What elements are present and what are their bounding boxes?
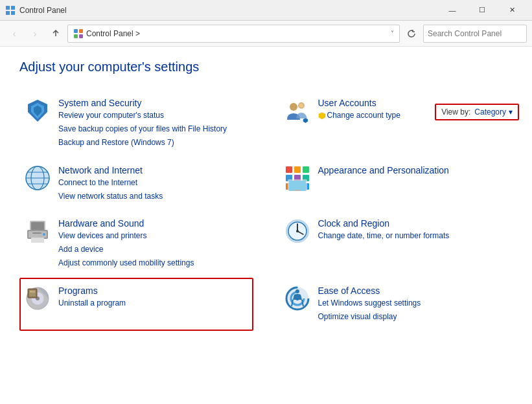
ease-of-access-title[interactable]: Ease of Access (318, 286, 421, 296)
viewby-dropdown[interactable]: Category ▾ (474, 107, 513, 117)
folder-icon (73, 28, 84, 39)
programs-title[interactable]: Programs (58, 286, 126, 296)
svg-rect-0 (6, 6, 10, 10)
viewby-arrow: ▾ (509, 107, 513, 117)
programs-link-1[interactable]: Uninstall a program (58, 297, 126, 309)
svg-rect-25 (294, 166, 301, 173)
svg-rect-43 (32, 232, 41, 234)
hardware-text: Hardware and Sound View devices and prin… (58, 218, 194, 270)
category-network[interactable]: Network and Internet Connect to the Inte… (19, 157, 253, 210)
addressbar: ‹ › Control Panel > ˅ (0, 21, 532, 47)
refresh-button[interactable] (402, 25, 421, 43)
svg-rect-3 (11, 11, 15, 15)
viewby-control[interactable]: View by: Category ▾ (435, 104, 519, 120)
hardware-link-3[interactable]: Adjust commonly used mobility settings (58, 257, 194, 269)
address-separator: > (135, 29, 140, 38)
svg-rect-7 (79, 34, 83, 38)
ease-of-access-link-2[interactable]: Optimize visual display (318, 311, 421, 323)
hardware-link-2[interactable]: Add a device (58, 243, 194, 256)
clock-icon (284, 218, 310, 244)
system-security-link-2[interactable]: Save backup copies of your files with Fi… (58, 123, 227, 135)
address-bar-box[interactable]: Control Panel > ˅ (67, 25, 400, 43)
search-box[interactable] (423, 25, 527, 43)
system-security-title[interactable]: System and Security (58, 98, 227, 108)
svg-rect-4 (74, 29, 78, 33)
user-accounts-title[interactable]: User Accounts (318, 98, 400, 108)
ease-of-access-text: Ease of Access Let Windows suggest setti… (318, 286, 421, 323)
address-breadcrumb: Control Panel > (86, 29, 388, 38)
hardware-icon (25, 218, 51, 244)
svg-point-13 (290, 103, 297, 111)
clock-link-1[interactable]: Change date, time, or number formats (318, 230, 450, 242)
appearance-icon (284, 165, 310, 191)
category-ease-of-access[interactable]: Ease of Access Let Windows suggest setti… (279, 278, 513, 331)
category-clock[interactable]: Clock and Region Change date, time, or n… (279, 210, 513, 278)
page-title: Adjust your computer's settings (19, 60, 513, 74)
network-link-1[interactable]: Connect to the Internet (58, 177, 163, 189)
svg-point-42 (43, 233, 45, 236)
category-appearance[interactable]: Appearance and Personalization (279, 157, 513, 210)
svg-rect-5 (79, 29, 83, 33)
categories-grid: System and Security Review your computer… (19, 90, 513, 331)
system-security-icon (25, 98, 51, 124)
category-hardware[interactable]: Hardware and Sound View devices and prin… (19, 210, 253, 278)
category-programs[interactable]: Programs Uninstall a program (19, 278, 253, 331)
network-link-2[interactable]: View network status and tasks (58, 190, 163, 203)
svg-marker-16 (303, 118, 307, 123)
svg-rect-26 (303, 166, 309, 173)
shield-badge-icon (318, 112, 326, 120)
appearance-title[interactable]: Appearance and Personalization (318, 165, 449, 175)
search-input[interactable] (428, 29, 525, 38)
svg-point-59 (295, 289, 299, 293)
category-user-accounts[interactable]: User Accounts Change account type (279, 90, 513, 157)
user-accounts-link-1[interactable]: Change account type (318, 109, 400, 122)
ease-of-access-link-1[interactable]: Let Windows suggest settings (318, 297, 421, 309)
address-label: Control Panel (86, 29, 133, 38)
svg-rect-24 (286, 166, 292, 173)
network-text: Network and Internet Connect to the Inte… (58, 165, 163, 203)
clock-text: Clock and Region Change date, time, or n… (318, 218, 450, 242)
svg-rect-35 (294, 190, 301, 191)
programs-icon (25, 286, 51, 311)
user-accounts-text: User Accounts Change account type (318, 98, 400, 122)
system-security-text: System and Security Review your computer… (58, 98, 227, 150)
app-icon (5, 5, 16, 16)
svg-rect-34 (289, 181, 306, 191)
network-title[interactable]: Network and Internet (58, 165, 163, 175)
system-security-link-1[interactable]: Review your computer's status (58, 109, 227, 122)
back-button[interactable]: ‹ (5, 25, 23, 43)
maximize-button[interactable]: ☐ (467, 0, 497, 21)
svg-rect-6 (74, 34, 78, 38)
svg-point-48 (296, 230, 299, 232)
titlebar: Control Panel — ☐ ✕ (0, 0, 532, 21)
svg-rect-38 (31, 222, 44, 230)
svg-rect-1 (11, 6, 15, 10)
svg-rect-2 (6, 11, 10, 15)
address-dropdown-arrow[interactable]: ˅ (391, 30, 394, 37)
appearance-text: Appearance and Personalization (318, 165, 449, 175)
system-security-link-3[interactable]: Backup and Restore (Windows 7) (58, 137, 227, 149)
svg-marker-17 (319, 113, 325, 119)
network-icon (25, 165, 51, 191)
svg-rect-54 (30, 291, 35, 293)
svg-point-15 (299, 104, 303, 107)
window-controls: — ☐ ✕ (437, 0, 527, 21)
hardware-title[interactable]: Hardware and Sound (58, 218, 194, 229)
close-button[interactable]: ✕ (497, 0, 527, 21)
window-title: Control Panel (19, 6, 437, 15)
category-system-security[interactable]: System and Security Review your computer… (19, 90, 253, 157)
hardware-link-1[interactable]: View devices and printers (58, 230, 194, 242)
svg-rect-41 (31, 238, 44, 243)
forward-button[interactable]: › (26, 25, 44, 43)
minimize-button[interactable]: — (437, 0, 467, 21)
ease-of-access-icon (284, 286, 310, 311)
clock-title[interactable]: Clock and Region (318, 218, 450, 229)
user-accounts-icon (284, 98, 310, 124)
programs-text: Programs Uninstall a program (58, 286, 126, 309)
viewby-label: View by: (441, 107, 470, 117)
main-content: Adjust your computer's settings View by:… (0, 47, 532, 344)
up-button[interactable] (47, 25, 65, 43)
viewby-value: Category (474, 107, 506, 117)
